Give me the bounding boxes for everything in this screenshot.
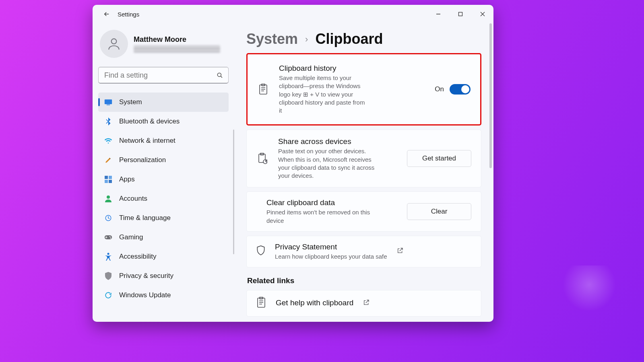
- svg-rect-3: [105, 99, 112, 104]
- svg-point-13: [110, 237, 111, 239]
- search-icon: [216, 72, 223, 79]
- sidebar-item-accessibility[interactable]: Accessibility: [98, 247, 229, 266]
- close-button[interactable]: [471, 5, 493, 23]
- clipboard-sync-icon: [258, 153, 267, 164]
- minimize-button[interactable]: [427, 5, 449, 23]
- setting-share-across-devices[interactable]: Share across devices Paste text on your …: [246, 130, 481, 187]
- sidebar-item-label: Gaming: [119, 233, 143, 241]
- related-link-help[interactable]: Get help with clipboard: [246, 290, 481, 317]
- profile[interactable]: Matthew Moore: [98, 27, 229, 67]
- sidebar-item-privacy[interactable]: Privacy & security: [98, 266, 229, 286]
- svg-rect-0: [458, 12, 462, 16]
- update-icon: [105, 292, 112, 299]
- setting-desc: Learn how clipboard keeps your data safe: [275, 253, 387, 261]
- toggle-state-label: On: [435, 85, 444, 93]
- bluetooth-icon: [105, 117, 111, 125]
- arrow-left-icon: [103, 10, 110, 18]
- svg-point-12: [109, 236, 111, 237]
- setting-clear-clipboard: Clear clipboard data Pinned items won't …: [246, 191, 481, 232]
- sidebar-item-label: Accounts: [119, 195, 147, 203]
- sidebar-item-gaming[interactable]: Gaming: [98, 228, 229, 247]
- clipboard-list-icon: [256, 297, 266, 308]
- sidebar-item-label: Personalization: [119, 156, 166, 164]
- search-box[interactable]: [98, 67, 229, 84]
- svg-point-1: [111, 39, 117, 44]
- setting-title: Share across devices: [278, 137, 381, 146]
- clipboard-list-icon: [258, 84, 268, 95]
- sidebar: Matthew Moore System Bluetooth & devices: [93, 23, 234, 322]
- system-icon: [104, 99, 112, 105]
- svg-rect-7: [105, 180, 108, 183]
- breadcrumb-current: Clipboard: [315, 31, 383, 47]
- minimize-icon: [436, 12, 441, 16]
- clipboard-history-toggle[interactable]: [450, 84, 471, 95]
- content: System › Clipboard Clipboard history Sav…: [234, 23, 493, 322]
- external-link-icon: [397, 247, 403, 254]
- maximize-button[interactable]: [449, 5, 471, 23]
- svg-rect-5: [105, 176, 108, 179]
- sidebar-item-time[interactable]: Time & language: [98, 208, 229, 228]
- sidebar-item-label: Apps: [119, 175, 135, 183]
- sidebar-item-system[interactable]: System: [98, 93, 229, 112]
- gaming-icon: [104, 234, 112, 240]
- sidebar-item-label: Network & internet: [119, 137, 175, 145]
- shield-icon: [105, 272, 111, 280]
- breadcrumb: System › Clipboard: [246, 31, 481, 47]
- setting-title: Clipboard history: [279, 64, 367, 73]
- shield-outline-icon: [256, 245, 265, 256]
- sidebar-item-label: Windows Update: [119, 291, 171, 299]
- svg-rect-4: [107, 105, 110, 105]
- maximize-icon: [458, 12, 463, 16]
- window-title: Settings: [118, 11, 139, 18]
- sidebar-item-personalization[interactable]: Personalization: [98, 150, 229, 170]
- related-links-heading: Related links: [247, 276, 481, 285]
- back-button[interactable]: [101, 9, 112, 19]
- chevron-right-icon: ›: [305, 34, 308, 45]
- paintbrush-icon: [105, 156, 112, 164]
- accessibility-icon: [105, 253, 112, 261]
- clear-button[interactable]: Clear: [407, 203, 471, 220]
- sidebar-item-label: System: [119, 98, 142, 106]
- sidebar-item-label: Bluetooth & devices: [119, 117, 180, 125]
- settings-window: Settings Matthew Moore: [93, 5, 493, 322]
- content-scrollbar[interactable]: [489, 23, 492, 168]
- account-icon: [105, 195, 111, 202]
- sidebar-item-label: Privacy & security: [119, 272, 173, 280]
- setting-desc: Paste text on your other devices. When t…: [278, 147, 381, 180]
- clock-globe-icon: [105, 214, 112, 222]
- related-link-label: Get help with clipboard: [276, 298, 353, 307]
- setting-clipboard-history[interactable]: Clipboard history Save multiple items to…: [246, 53, 481, 125]
- sidebar-item-bluetooth[interactable]: Bluetooth & devices: [98, 112, 229, 131]
- setting-desc: Save multiple items to your clipboard—pr…: [279, 74, 367, 115]
- close-icon: [480, 12, 485, 16]
- external-link-icon: [363, 299, 369, 306]
- get-started-button[interactable]: Get started: [407, 150, 471, 167]
- setting-title: Privacy Statement: [275, 243, 387, 251]
- setting-desc: Pinned items won't be removed on this de…: [266, 208, 388, 225]
- profile-name: Matthew Moore: [134, 35, 220, 44]
- titlebar: Settings: [93, 5, 493, 23]
- profile-email-redacted: [134, 45, 220, 53]
- sidebar-item-label: Accessibility: [119, 253, 157, 261]
- breadcrumb-parent[interactable]: System: [246, 31, 298, 47]
- svg-point-2: [217, 73, 221, 76]
- sidebar-item-network[interactable]: Network & internet: [98, 131, 229, 150]
- search-input[interactable]: [103, 71, 216, 80]
- svg-point-14: [107, 253, 109, 255]
- svg-point-9: [107, 195, 110, 199]
- sidebar-item-label: Time & language: [119, 214, 171, 222]
- apps-icon: [105, 176, 112, 183]
- sidebar-item-apps[interactable]: Apps: [98, 170, 229, 189]
- person-icon: [106, 36, 122, 51]
- setting-title: Clear clipboard data: [266, 198, 388, 207]
- svg-rect-8: [109, 180, 112, 183]
- svg-rect-6: [109, 176, 112, 179]
- sidebar-item-windows-update[interactable]: Windows Update: [98, 286, 229, 305]
- wifi-icon: [104, 138, 112, 144]
- setting-privacy-statement[interactable]: Privacy Statement Learn how clipboard ke…: [246, 236, 481, 267]
- sidebar-item-accounts[interactable]: Accounts: [98, 189, 229, 208]
- avatar: [100, 30, 128, 58]
- nav: System Bluetooth & devices Network & int…: [98, 93, 229, 305]
